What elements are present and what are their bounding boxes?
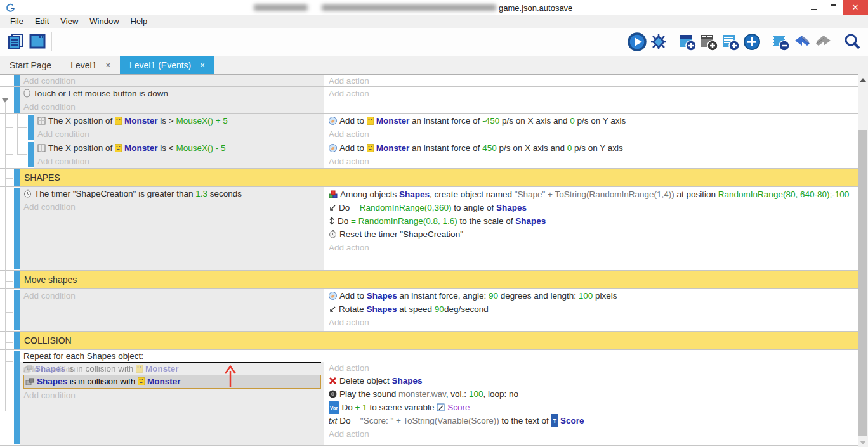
menu-view[interactable]: View	[55, 15, 84, 28]
preview-button[interactable]	[626, 31, 648, 53]
event-bar	[28, 115, 34, 140]
gdevelop-logo-icon	[6, 3, 16, 13]
action-create-object[interactable]: Among objects Shapes, create object name…	[329, 188, 858, 201]
redacted-title-segment	[254, 4, 308, 11]
add-other-event-button[interactable]	[741, 31, 763, 53]
tab-label: Level1	[70, 60, 96, 70]
annotation-arrow-up	[223, 365, 237, 389]
event-bar	[14, 332, 20, 349]
undo-icon	[792, 32, 812, 52]
group-collision[interactable]: COLLISION	[0, 332, 858, 350]
tree-line	[5, 230, 13, 230]
scroll-down-icon[interactable]	[860, 441, 866, 444]
position-icon	[37, 144, 46, 152]
condition-xpos-lt[interactable]: The X position of Monster is < MouseX() …	[37, 141, 324, 155]
group-shapes[interactable]: SHAPES	[0, 169, 858, 187]
collision-icon	[25, 378, 34, 385]
force-hand-icon	[329, 117, 337, 125]
scroll-up-icon[interactable]	[860, 78, 866, 82]
add-condition-button[interactable]: Add condition	[23, 75, 324, 87]
menu-window[interactable]: Window	[84, 15, 124, 28]
condition-timer[interactable]: The timer "ShapeCreation" is greater tha…	[23, 187, 324, 200]
action-increment-score[interactable]: VarDo + 1 to scene variable Score	[329, 401, 858, 414]
delete-x-icon	[329, 377, 337, 385]
add-condition-button[interactable]: Add condition	[23, 200, 324, 214]
group-header-label: COLLISION	[20, 332, 858, 349]
action-play-sound[interactable]: Play the sound monster.wav, vol.: 100, l…	[329, 387, 858, 401]
minimize-button[interactable]	[805, 0, 824, 15]
add-condition-button[interactable]: Add condition	[37, 127, 324, 141]
tree-line	[17, 154, 27, 155]
menu-edit[interactable]: Edit	[29, 15, 55, 28]
action-set-score-text[interactable]: txtDo = "Score: " + ToString(Variable(Sc…	[329, 414, 858, 427]
dragged-condition-ghost[interactable]: Add condition Shapes is in collision wit…	[23, 362, 321, 375]
tab-label: Level1 (Events)	[129, 60, 191, 70]
tree-line	[5, 178, 13, 179]
toolbar-separator	[838, 32, 838, 51]
add-action-button[interactable]: Add action	[329, 127, 858, 141]
delete-event-button[interactable]	[770, 31, 791, 53]
condition-touch[interactable]: Touch or Left mouse button is down	[23, 87, 324, 100]
add-condition-button[interactable]: Add condition	[23, 100, 324, 113]
mouse-icon	[23, 89, 30, 98]
collapse-arrow-icon[interactable]	[2, 98, 8, 103]
menu-bar: File Edit View Window Help	[0, 15, 868, 28]
action-random-angle[interactable]: Do = RandomInRange(0,360) to angle of Sh…	[329, 201, 858, 214]
close-button[interactable]: ✕	[843, 0, 868, 15]
undo-button[interactable]	[791, 31, 813, 53]
tree-line	[5, 103, 13, 103]
vertical-scrollbar[interactable]	[858, 74, 868, 447]
scrollbar-thumb[interactable]	[858, 130, 867, 436]
add-action-button[interactable]: Add action	[329, 155, 858, 168]
tab-close-icon[interactable]: ×	[105, 60, 110, 70]
condition-xpos-gt[interactable]: The X position of Monster is > MouseX() …	[37, 114, 324, 127]
redo-button[interactable]	[813, 31, 834, 53]
group-header-label: Move shapes	[20, 271, 858, 288]
add-comment-button[interactable]	[698, 31, 720, 53]
add-condition-button[interactable]: Add condition	[23, 389, 324, 402]
tab-level1[interactable]: Level1 ×	[61, 56, 120, 74]
toolbar-separator	[766, 32, 766, 51]
add-subevent-button[interactable]	[720, 31, 741, 53]
tree-line	[5, 127, 13, 128]
add-event-button[interactable]	[676, 31, 698, 53]
debug-button[interactable]	[648, 31, 669, 53]
repeat-label[interactable]: Repeat for each Shapes object:	[20, 350, 858, 362]
toolbar-separator	[673, 32, 673, 51]
group-move-shapes[interactable]: Move shapes	[0, 271, 858, 289]
tab-close-icon[interactable]: ×	[200, 60, 205, 70]
scene-editor-button[interactable]	[27, 31, 48, 53]
menu-file[interactable]: File	[4, 15, 29, 28]
add-action-button[interactable]: Add action	[329, 87, 858, 100]
action-random-scale[interactable]: Do = RandomInRange(0.8, 1.6) to the scal…	[329, 214, 858, 228]
project-manager-button[interactable]	[5, 31, 27, 53]
redo-icon	[813, 32, 834, 52]
action-delete-shapes[interactable]: Delete object Shapes	[329, 374, 858, 387]
search-button[interactable]	[841, 31, 863, 53]
add-action-button[interactable]: Add action	[329, 75, 858, 86]
maximize-button[interactable]	[824, 0, 843, 15]
add-action-button[interactable]: Add action	[329, 241, 858, 254]
add-action-button[interactable]: Add action	[329, 427, 858, 441]
menu-help[interactable]: Help	[125, 15, 154, 28]
action-shapes-force[interactable]: Add to Shapes an instant force, angle: 9…	[329, 289, 858, 302]
monster-object-icon	[115, 117, 122, 125]
add-condition-button[interactable]: Add condition	[23, 289, 324, 302]
minimize-icon	[811, 9, 817, 10]
tab-level1-events[interactable]: Level1 (Events) ×	[120, 56, 214, 74]
window-title-text: game.json.autosave	[499, 3, 572, 13]
add-action-button[interactable]: Add action	[329, 362, 858, 374]
tab-start-page[interactable]: Start Page	[0, 56, 61, 74]
action-force-right[interactable]: Add to Monster an instant force of 450 p…	[329, 141, 858, 155]
close-icon: ✕	[852, 0, 859, 15]
force-hand-icon	[329, 144, 337, 152]
add-condition-button[interactable]: Add condition	[37, 155, 324, 168]
play-icon	[627, 32, 647, 52]
add-subevent-icon	[720, 32, 740, 52]
condition-collision-selected[interactable]: Shapes is in collision with Monster	[23, 375, 321, 389]
action-reset-timer[interactable]: Reset the timer "ShapeCreation"	[329, 228, 858, 241]
timer-icon	[329, 230, 337, 238]
add-action-button[interactable]: Add action	[329, 316, 858, 329]
action-force-left[interactable]: Add to Monster an instant force of -450 …	[329, 114, 858, 127]
action-rotate-shapes[interactable]: Rotate Shapes at speed 90deg/second	[329, 302, 858, 316]
